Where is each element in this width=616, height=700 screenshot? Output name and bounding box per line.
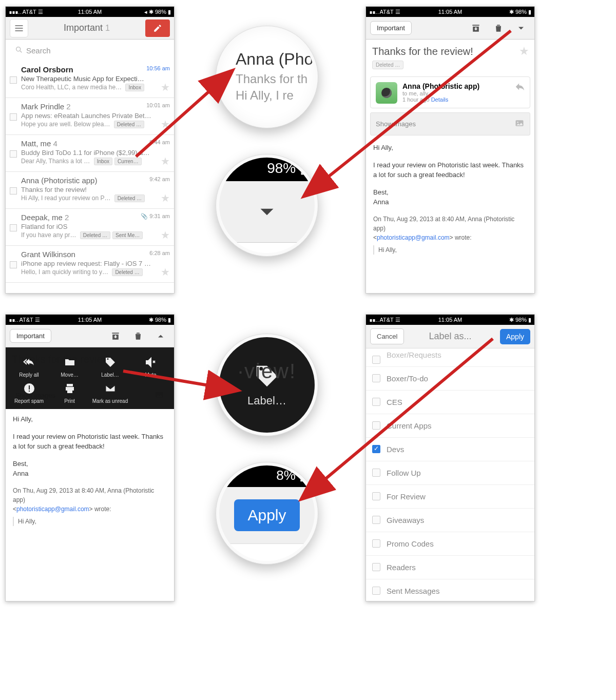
search-bar[interactable]: Search bbox=[6, 40, 174, 61]
carrier: ∎∎‥ AT&T ☰ bbox=[369, 9, 400, 15]
action-reply-all[interactable]: Reply all bbox=[9, 355, 49, 378]
battery: ✱ 98% ▮ bbox=[509, 9, 531, 15]
cancel-button[interactable]: Cancel bbox=[370, 328, 404, 344]
details-link[interactable]: Details bbox=[431, 96, 449, 103]
label-icon bbox=[90, 355, 130, 370]
show-images-bar[interactable]: Show images bbox=[370, 112, 530, 135]
inbox-row[interactable]: 10:01 amMark Prindle 2App news: eReatah … bbox=[6, 98, 174, 135]
magnifier-inbox-item: Anna (Pho Thanks for th Hi Ally, I re bbox=[216, 26, 318, 128]
archive-button[interactable] bbox=[467, 19, 485, 37]
star-icon[interactable]: ★ bbox=[161, 192, 170, 204]
label-checkbox[interactable] bbox=[372, 516, 380, 524]
row-time: 10:56 am bbox=[146, 65, 170, 71]
label-checkbox[interactable] bbox=[372, 398, 380, 406]
menu-button[interactable] bbox=[10, 19, 28, 37]
star-icon[interactable]: ★ bbox=[161, 229, 170, 241]
row-checkbox[interactable] bbox=[10, 113, 17, 121]
search-icon bbox=[15, 46, 23, 55]
trash-button[interactable] bbox=[129, 327, 147, 345]
carrier: ∎∎‥ AT&T ☰ bbox=[369, 317, 400, 323]
label-checkbox[interactable] bbox=[372, 539, 380, 548]
image-icon bbox=[514, 118, 525, 130]
back-button[interactable]: Important bbox=[10, 329, 51, 343]
row-checkbox[interactable] bbox=[10, 76, 17, 84]
svg-line-1 bbox=[20, 51, 22, 52]
screen-inbox: ∎∎∎‥ AT&T ☰ 11:05 AM ◂ ✱ 98% ▮ Important… bbox=[5, 6, 175, 294]
action-label[interactable]: Label… bbox=[90, 355, 130, 378]
label-row[interactable]: Devs bbox=[366, 438, 534, 461]
label-checkbox[interactable] bbox=[372, 445, 380, 453]
inbox-row[interactable]: 6:28 amGrant WilkinsoniPhone app review … bbox=[6, 246, 174, 283]
row-time: 10:01 am bbox=[146, 102, 170, 108]
row-subject: Thanks for the review! bbox=[21, 186, 169, 193]
label-checkbox[interactable] bbox=[372, 374, 380, 382]
action-report-spam[interactable]: Report spam bbox=[9, 381, 49, 404]
more-dropdown-open-button[interactable] bbox=[151, 327, 170, 345]
label-checkbox[interactable] bbox=[372, 563, 380, 571]
star-icon[interactable]: ★ bbox=[161, 81, 170, 93]
label-row[interactable]: Sent Messages bbox=[366, 579, 534, 601]
back-button[interactable]: Important bbox=[370, 21, 412, 35]
action-mute[interactable]: Mute bbox=[130, 355, 171, 378]
message-toolbar: Important bbox=[366, 17, 534, 40]
svg-point-3 bbox=[517, 122, 518, 123]
label-checkbox[interactable] bbox=[372, 587, 380, 595]
inbox-row[interactable]: 9:42 amAnna (Photoristic app)Thanks for … bbox=[6, 172, 174, 209]
label-list: Boxer/RequestsBoxer/To-doCESCurrent Apps… bbox=[366, 348, 534, 601]
quoted-text: Hi Ally, bbox=[373, 245, 527, 255]
row-tag: Inbox bbox=[94, 158, 112, 165]
inbox-row[interactable]: 9:44 amMatt, me 4Buddy Bird ToDo 1.1 for… bbox=[6, 135, 174, 172]
label-row[interactable]: Boxer/To-do bbox=[366, 367, 534, 391]
status-bar: ∎∎‥ AT&T ☰ 11:05 AM ✱ 98% ▮ bbox=[6, 315, 174, 325]
action-print[interactable]: Print bbox=[49, 381, 90, 404]
quoted-email-link[interactable]: photoristicapp@gmail.com bbox=[16, 505, 89, 513]
label-checkbox[interactable] bbox=[372, 356, 380, 364]
label-row[interactable]: Boxer/Requests bbox=[366, 348, 534, 367]
archive-button[interactable] bbox=[106, 327, 125, 345]
sender-avatar bbox=[376, 82, 397, 104]
star-icon[interactable]: ★ bbox=[519, 45, 529, 58]
label-row[interactable]: Follow Up bbox=[366, 461, 534, 485]
battery: ✱ 98% ▮ bbox=[509, 317, 531, 323]
row-subject: New Therapeutic Music App for Expecti… bbox=[21, 75, 169, 83]
label-checkbox[interactable] bbox=[372, 492, 380, 500]
star-icon[interactable]: ★ bbox=[161, 118, 170, 130]
row-subject: Buddy Bird ToDo 1.1 for iPhone ($2,99) a… bbox=[21, 149, 169, 157]
row-preview: Hi Ally, I read your review on P… Delete… bbox=[21, 195, 169, 202]
action-move[interactable]: Move… bbox=[49, 355, 90, 378]
row-checkbox[interactable] bbox=[10, 150, 17, 158]
inbox-row[interactable]: 10:56 amCarol OrsbornNew Therapeutic Mus… bbox=[6, 61, 174, 98]
row-preview: Coro Health, LLC, a new media he… Inbox bbox=[21, 84, 169, 91]
recipients: to me, ally bbox=[402, 90, 525, 96]
row-checkbox[interactable] bbox=[10, 261, 17, 268]
message-label-tag: Deleted … bbox=[372, 61, 403, 69]
star-icon[interactable]: ★ bbox=[161, 266, 170, 278]
label-checkbox[interactable] bbox=[372, 469, 380, 477]
trash-button[interactable] bbox=[489, 19, 508, 37]
label-row[interactable]: Giveaways bbox=[366, 509, 534, 532]
label-name: CES bbox=[387, 398, 402, 406]
label-row[interactable]: Current Apps bbox=[366, 414, 534, 438]
row-checkbox[interactable] bbox=[10, 187, 17, 195]
label-row[interactable]: CES bbox=[366, 391, 534, 414]
star-icon[interactable]: ★ bbox=[161, 155, 170, 167]
inbox-row[interactable]: 📎 9:31 amDeepak, me 2Flatland for iOSIf … bbox=[6, 209, 174, 246]
label-row[interactable]: Readers bbox=[366, 556, 534, 579]
action-mark-unread[interactable]: Mark as unread bbox=[90, 381, 130, 404]
label-name: Promo Codes bbox=[387, 539, 434, 548]
label-row[interactable]: Promo Codes bbox=[366, 532, 534, 556]
row-checkbox[interactable] bbox=[10, 224, 17, 231]
more-dropdown-button[interactable] bbox=[512, 19, 530, 37]
sender-card[interactable]: Anna (Photoristic app) to me, ally 1 hou… bbox=[370, 76, 530, 108]
row-time: 9:42 am bbox=[149, 176, 170, 182]
message-body: Hi Ally, I read your review on Photorist… bbox=[366, 135, 534, 262]
apply-button[interactable]: Apply bbox=[500, 329, 530, 344]
reply-icon[interactable] bbox=[514, 81, 526, 94]
svg-point-0 bbox=[16, 47, 21, 51]
quoted-email-link[interactable]: photoristicapp@gmail.com bbox=[377, 234, 450, 241]
compose-button[interactable] bbox=[145, 20, 170, 37]
label-row[interactable]: For Review bbox=[366, 485, 534, 509]
label-checkbox[interactable] bbox=[372, 421, 380, 430]
label-name: Boxer/To-do bbox=[387, 374, 428, 383]
label-name: Giveaways bbox=[387, 516, 424, 524]
